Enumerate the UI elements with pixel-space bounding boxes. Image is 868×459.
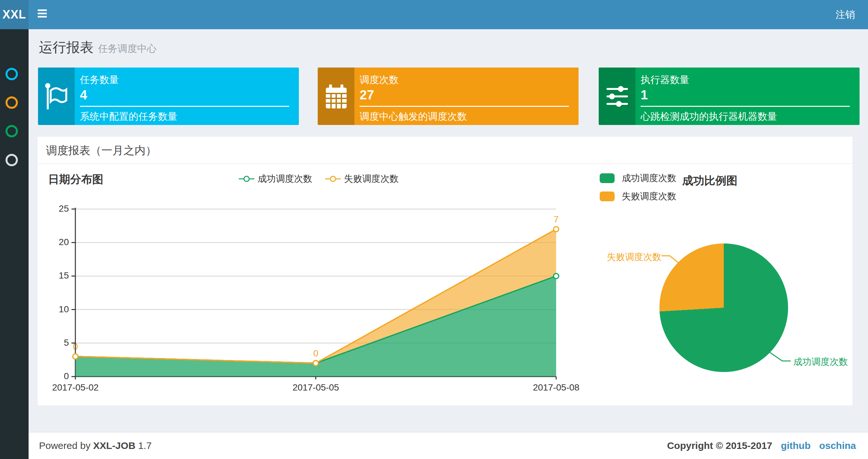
y-axis-tick: 15 [59,270,69,281]
footer-powered-by: Powered by XXL-JOB 1.7 [39,440,152,451]
product-version: 1.7 [138,440,152,451]
sidebar-item-4 circle-icon[interactable] [5,154,18,166]
legend-swatch-icon [600,192,615,201]
logout-link[interactable]: 注销 [836,0,855,29]
legend-item-success[interactable]: 成功调度次数 [239,173,312,185]
x-axis-tick: 2017-05-08 [532,383,581,393]
pie-slice-label-fail: 失败调度次数 [607,251,661,263]
point-label: 0 [73,341,78,352]
card-value: 4 [80,86,292,103]
card-description: 调度中心触发的调度次数 [360,110,572,123]
pie-chart-legend: 成功调度次数 失败调度次数 [600,172,676,208]
sidebar-item-2 circle-icon[interactable] [5,96,18,109]
stat-card-triggers: 调度次数 27 调度中心触发的调度次数 [318,67,579,125]
y-axis-tick: 10 [59,304,69,315]
sidebar-item-3 circle-icon[interactable] [5,125,18,137]
page-title-text: 运行报表 [39,40,94,55]
card-value: 1 [641,86,853,103]
footer: Powered by XXL-JOB 1.7 Copyright © 2015-… [29,432,868,459]
legend-item-success[interactable]: 成功调度次数 [600,172,676,185]
stat-card-jobs: 任务数量 4 系统中配置的任务数量 [38,67,299,125]
pie-chart-title: 成功比例图 [682,173,737,188]
oschina-link[interactable]: oschina [819,440,856,451]
y-axis-tick: 25 [59,203,69,214]
page-subtitle: 任务调度中心 [98,43,157,54]
pie-slice-label-success: 成功调度次数 [793,356,848,368]
line-chart-legend: 成功调度次数 失败调度次数 [239,173,399,185]
card-label: 任务数量 [80,73,292,86]
success-ratio-pie[interactable] [659,243,788,372]
footer-copyright: Copyright © 2015-2017 github oschina [667,440,856,451]
point-label: 7 [554,214,559,225]
app-logo[interactable]: XXL [0,0,29,29]
y-axis-tick: 5 [64,337,69,348]
legend-swatch-icon [600,173,615,183]
legend-item-fail[interactable]: 失败调度次数 [600,190,676,202]
card-description: 心跳检测成功的执行器机器数量 [641,110,853,123]
top-navbar: XXL 注销 [0,0,868,29]
point-label: 0 [313,348,318,359]
flag-icon [45,83,68,110]
y-axis-tick: 0 [64,371,69,382]
sidebar-item-1 circle-icon[interactable] [5,68,18,80]
logo-text: XXL [2,8,26,21]
xxl-job-dashboard: XXL 注销 运行报表任务调度中心 任务数量 4 系统中配置 [0,0,868,459]
sidebar-toggle-button[interactable] [38,9,47,20]
y-axis-tick: 20 [59,237,69,248]
calendar-icon [326,85,347,108]
card-description: 系统中配置的任务数量 [80,110,292,123]
line-marker-icon [239,175,254,182]
x-axis-tick: 2017-05-05 [291,383,340,393]
legend-item-fail[interactable]: 失败调度次数 [325,173,399,185]
x-axis-tick: 2017-05-02 [51,383,100,393]
stat-card-executors: 执行器数量 1 心跳检测成功的执行器机器数量 [599,67,860,125]
card-label: 执行器数量 [641,73,853,86]
page-title: 运行报表任务调度中心 [39,38,157,57]
sliders-icon [607,86,628,107]
panel-title: 调度报表（一月之内） [38,137,852,164]
github-link[interactable]: github [781,440,811,451]
sidebar [0,29,29,459]
product-name: XXL-JOB [93,440,135,451]
line-chart-title: 日期分布图 [48,172,103,187]
card-value: 27 [360,86,572,103]
line-marker-icon [325,175,341,182]
hamburger-icon [38,9,47,11]
card-label: 调度次数 [360,73,572,86]
